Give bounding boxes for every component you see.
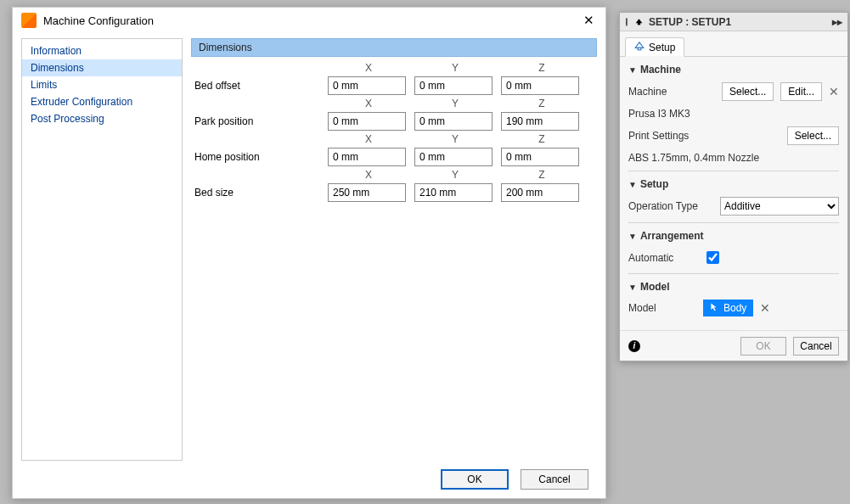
col-header-z: Z	[501, 62, 583, 74]
machine-name-text: Prusa I3 MK3	[628, 108, 839, 120]
sidebar-item-limits[interactable]: Limits	[22, 76, 182, 93]
col-header-z: Z	[501, 133, 583, 145]
row-label-park-position: Park position	[191, 115, 323, 127]
cursor-icon	[710, 302, 719, 314]
mc-footer: OK Cancel	[13, 461, 605, 498]
col-header-z: Z	[501, 98, 583, 109]
setup-panel-title: SETUP : SETUP1	[649, 16, 731, 28]
setup-ok-button[interactable]: OK	[740, 337, 786, 356]
machine-edit-button[interactable]: Edit...	[780, 82, 822, 101]
mc-sidebar: Information Dimensions Limits Extruder C…	[21, 38, 183, 461]
ok-button[interactable]: OK	[441, 469, 509, 490]
bed-size-y-input[interactable]	[414, 183, 493, 202]
col-header-x: X	[328, 98, 409, 109]
model-clear-icon[interactable]: ✕	[760, 301, 770, 315]
cancel-button[interactable]: Cancel	[521, 469, 588, 490]
info-icon[interactable]: i	[628, 340, 640, 352]
row-label-bed-offset: Bed offset	[191, 80, 323, 92]
chip-label: Body	[723, 302, 746, 314]
machine-clear-icon[interactable]: ✕	[829, 85, 839, 98]
mc-body: Information Dimensions Limits Extruder C…	[13, 33, 605, 461]
setup-panel: ⁞ SETUP : SETUP1 ▸▸ Setup ▼Machine Machi…	[619, 12, 848, 361]
bed-offset-x-input[interactable]	[328, 76, 406, 95]
expand-icon[interactable]: ▸▸	[832, 16, 842, 28]
model-label: Model	[628, 302, 696, 314]
svg-rect-1	[638, 48, 641, 49]
automatic-label: Automatic	[628, 252, 696, 264]
mc-content: Dimensions X Y Z Bed offset X Y Z Park p…	[191, 38, 597, 461]
section-arrangement: ▼Arrangement Automatic	[628, 223, 839, 274]
section-setup: ▼Setup Operation Type Additive	[628, 171, 839, 223]
col-header-x: X	[328, 133, 409, 145]
row-label-home-position: Home position	[191, 151, 323, 163]
setup-title-icon	[634, 17, 644, 26]
close-icon[interactable]: ✕	[580, 13, 597, 28]
caret-down-icon: ▼	[628, 65, 637, 75]
col-header-x: X	[328, 62, 409, 74]
mc-titlebar: Machine Configuration ✕	[13, 8, 605, 33]
dimensions-table: X Y Z Bed offset X Y Z Park position X Y…	[191, 62, 597, 202]
machine-select-button[interactable]: Select...	[722, 82, 774, 101]
home-position-y-input[interactable]	[414, 148, 493, 166]
park-position-y-input[interactable]	[414, 112, 493, 131]
svg-rect-0	[638, 23, 640, 25]
home-position-x-input[interactable]	[328, 148, 406, 166]
operation-type-label: Operation Type	[628, 200, 713, 212]
dimensions-section-header: Dimensions	[191, 38, 597, 57]
bed-size-x-input[interactable]	[328, 183, 406, 202]
tab-setup[interactable]: Setup	[625, 37, 684, 57]
mc-title: Machine Configuration	[43, 14, 580, 27]
bed-offset-y-input[interactable]	[414, 76, 493, 95]
col-header-z: Z	[501, 169, 583, 181]
caret-down-icon: ▼	[628, 180, 637, 189]
col-header-y: Y	[414, 98, 496, 109]
fusion-logo-icon	[21, 13, 37, 28]
sidebar-item-dimensions[interactable]: Dimensions	[22, 59, 182, 76]
operation-type-select[interactable]: Additive	[720, 197, 839, 216]
caret-down-icon: ▼	[628, 232, 637, 241]
print-settings-select-button[interactable]: Select...	[787, 126, 839, 145]
setup-panel-footer: i OK Cancel	[620, 330, 847, 361]
tab-label: Setup	[649, 42, 675, 53]
home-position-z-input[interactable]	[501, 148, 579, 166]
section-model-header[interactable]: ▼Model	[628, 281, 839, 293]
machine-label: Machine	[628, 86, 696, 98]
sidebar-item-post-processing[interactable]: Post Processing	[22, 110, 182, 127]
model-body-chip[interactable]: Body	[703, 300, 753, 316]
setup-tabs: Setup	[620, 31, 847, 57]
sidebar-item-information[interactable]: Information	[22, 42, 182, 59]
col-header-y: Y	[414, 169, 496, 181]
section-machine: ▼Machine Machine Select... Edit... ✕ Pru…	[628, 57, 839, 171]
automatic-checkbox[interactable]	[706, 251, 719, 264]
caret-down-icon: ▼	[628, 283, 637, 292]
setup-cancel-button[interactable]: Cancel	[793, 337, 839, 356]
section-model: ▼Model Model Body ✕	[628, 274, 839, 323]
drag-handle-icon[interactable]: ⁞	[625, 16, 629, 28]
setup-tab-icon	[634, 41, 645, 53]
section-setup-header[interactable]: ▼Setup	[628, 178, 839, 190]
row-label-bed-size: Bed size	[191, 187, 323, 199]
print-settings-name-text: ABS 1.75mm, 0.4mm Nozzle	[628, 152, 839, 164]
park-position-x-input[interactable]	[328, 112, 406, 131]
section-arrangement-header[interactable]: ▼Arrangement	[628, 230, 839, 242]
bed-size-z-input[interactable]	[501, 183, 579, 202]
col-header-y: Y	[414, 62, 496, 74]
setup-panel-titlebar[interactable]: ⁞ SETUP : SETUP1 ▸▸	[620, 13, 847, 31]
col-header-x: X	[328, 169, 409, 181]
print-settings-label: Print Settings	[628, 130, 696, 142]
park-position-z-input[interactable]	[501, 112, 579, 131]
setup-panel-body: ▼Machine Machine Select... Edit... ✕ Pru…	[620, 57, 847, 330]
section-machine-header[interactable]: ▼Machine	[628, 64, 839, 76]
col-header-y: Y	[414, 133, 496, 145]
bed-offset-z-input[interactable]	[501, 76, 579, 95]
machine-configuration-dialog: Machine Configuration ✕ Information Dime…	[12, 7, 606, 499]
sidebar-item-extruder-configuration[interactable]: Extruder Configuration	[22, 93, 182, 110]
